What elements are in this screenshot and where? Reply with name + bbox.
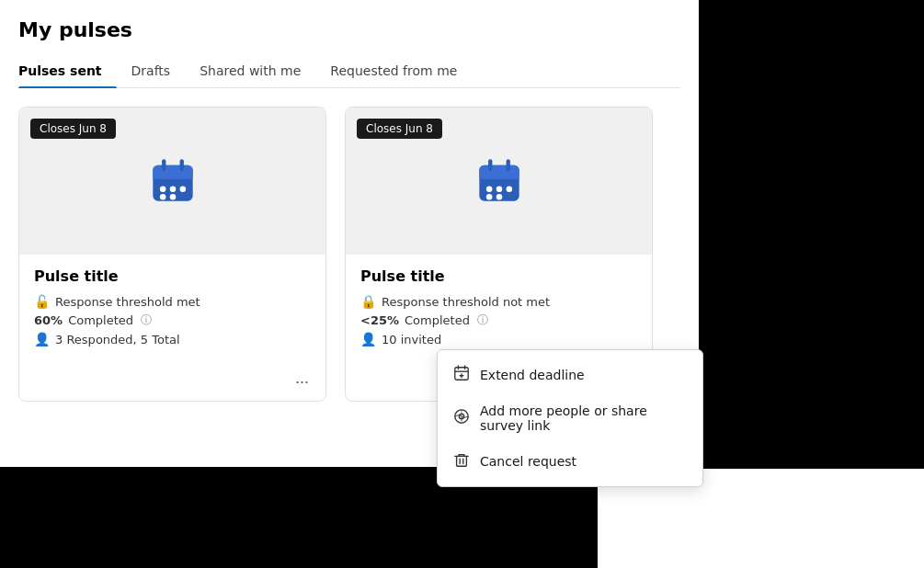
- svg-point-3: [159, 186, 165, 192]
- svg-point-7: [169, 194, 176, 200]
- extend-deadline-label: Extend deadline: [480, 368, 585, 382]
- add-people-icon: [452, 408, 471, 428]
- svg-point-17: [496, 194, 502, 200]
- tab-drafts[interactable]: Drafts: [131, 56, 186, 87]
- card-meta-2: 🔒 Response threshold not met <25% Comple…: [360, 294, 637, 346]
- threshold-status-1: 🔓 Response threshold met: [34, 294, 311, 309]
- card-footer-1: ···: [19, 365, 325, 401]
- add-people-item[interactable]: Add more people or share survey link: [438, 394, 702, 442]
- svg-point-13: [485, 186, 492, 192]
- add-people-label: Add more people or share survey link: [480, 403, 688, 433]
- card-body-2: Pulse title 🔒 Response threshold not met…: [346, 255, 652, 365]
- completion-row-2: <25% Completed ⓘ: [360, 312, 637, 328]
- completion-row-1: 60% Completed ⓘ: [34, 312, 311, 328]
- main-content: My pulses Pulses sent Drafts Shared with…: [0, 0, 699, 402]
- svg-point-15: [506, 186, 512, 192]
- threshold-icon-2: 🔒: [360, 294, 376, 309]
- svg-point-5: [179, 186, 186, 192]
- cancel-request-label: Cancel request: [480, 454, 576, 469]
- people-icon-2: 👤: [360, 332, 376, 346]
- svg-point-14: [496, 186, 502, 192]
- more-button-1[interactable]: ···: [290, 370, 314, 393]
- svg-rect-8: [162, 159, 165, 171]
- svg-point-16: [485, 194, 492, 200]
- right-overlay: [699, 0, 924, 469]
- card-image-2: Closes Jun 8: [346, 108, 652, 255]
- info-icon-1: ⓘ: [141, 312, 152, 328]
- extend-deadline-item[interactable]: Extend deadline: [438, 356, 702, 394]
- svg-rect-29: [457, 456, 467, 466]
- card-meta-1: 🔓 Response threshold met 60% Completed ⓘ…: [34, 294, 311, 346]
- pulse-card-1: Closes Jun 8 Pulse title: [18, 107, 326, 402]
- card-body-1: Pulse title 🔓 Response threshold met 60%…: [19, 255, 325, 365]
- threshold-icon-1: 🔓: [34, 294, 50, 309]
- invited-row-2: 👤 10 invited: [360, 332, 637, 346]
- tab-pulses-sent[interactable]: Pulses sent: [18, 56, 117, 87]
- svg-point-6: [159, 194, 165, 200]
- svg-rect-18: [488, 159, 492, 171]
- context-menu: Extend deadline Add more people or share…: [437, 349, 703, 487]
- tab-shared-with-me[interactable]: Shared with me: [200, 56, 315, 87]
- calendar-icon-2: [475, 157, 523, 205]
- svg-rect-12: [479, 173, 519, 179]
- card-badge-2: Closes Jun 8: [357, 119, 442, 139]
- svg-rect-19: [506, 159, 509, 171]
- cancel-request-icon: [452, 451, 471, 471]
- card-title-2: Pulse title: [360, 267, 637, 285]
- card-badge-1: Closes Jun 8: [30, 119, 116, 139]
- calendar-icon-1: [149, 157, 197, 205]
- threshold-status-2: 🔒 Response threshold not met: [360, 294, 637, 309]
- extend-deadline-icon: [452, 365, 471, 385]
- page-title: My pulses: [18, 18, 680, 41]
- card-title-1: Pulse title: [34, 267, 311, 285]
- card-image-1: Closes Jun 8: [19, 108, 325, 255]
- responded-row-1: 👤 3 Responded, 5 Total: [34, 332, 311, 346]
- tab-bar: Pulses sent Drafts Shared with me Reques…: [18, 56, 680, 88]
- tab-requested-from-me[interactable]: Requested from me: [330, 56, 472, 87]
- svg-point-4: [169, 186, 176, 192]
- people-icon-1: 👤: [34, 332, 50, 346]
- svg-rect-2: [153, 173, 192, 179]
- info-icon-2: ⓘ: [477, 312, 488, 328]
- cancel-request-item[interactable]: Cancel request: [438, 442, 702, 481]
- svg-rect-9: [179, 159, 183, 171]
